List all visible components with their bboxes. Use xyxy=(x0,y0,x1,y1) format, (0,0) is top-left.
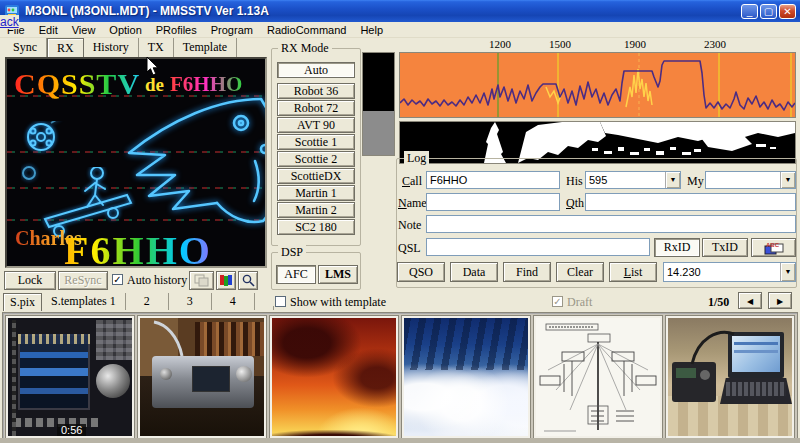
menu-profiles[interactable]: PRofiles xyxy=(149,23,204,37)
his-label: His xyxy=(566,174,583,189)
pix-tab-strip: S.pix S.templates 1 2 3 4 xyxy=(3,292,274,310)
antenna-diagram-drawing xyxy=(536,318,660,436)
mode-robot72[interactable]: Robot 72 xyxy=(277,100,355,116)
chevron-down-icon[interactable]: ▼ xyxy=(780,172,795,188)
tab-stemplates1[interactable]: S.templates 1 xyxy=(42,293,126,310)
call-input[interactable] xyxy=(426,171,560,189)
signal-level-meter xyxy=(362,52,395,156)
mode-scottie1[interactable]: Scottie 1 xyxy=(277,134,355,150)
clear-button[interactable]: Clear xyxy=(556,262,604,282)
mode-martin1[interactable]: Martin 1 xyxy=(277,185,355,201)
freq-label-1200: 1200 xyxy=(489,38,511,50)
freq-label-2300: 2300 xyxy=(704,38,726,50)
menu-help[interactable]: Help xyxy=(353,23,390,37)
tab-stub xyxy=(255,306,274,310)
txid-button[interactable]: TxID xyxy=(702,238,748,257)
afc-button[interactable]: AFC xyxy=(276,265,316,284)
page-indicator: 1/50 xyxy=(708,295,729,310)
mode-auto[interactable]: Auto xyxy=(277,62,355,78)
mode-sc2180[interactable]: SC2 180 xyxy=(277,219,355,235)
note-input[interactable] xyxy=(426,215,796,233)
tab-rx[interactable]: RX xyxy=(47,38,84,58)
mmsstv-window: M3ONL (M3ONL.MDT) - MMSSTV Ver 1.13A _ ▢… xyxy=(0,0,800,443)
thumbnail-frost-forest[interactable] xyxy=(402,316,530,438)
rx-picture[interactable]: CQSSTV de F6HHO Charles F6HHO xyxy=(5,57,267,268)
mode-martin2[interactable]: Martin 2 xyxy=(277,202,355,218)
qth-label: Qth xyxy=(566,196,584,211)
maximize-icon[interactable]: ▢ xyxy=(760,4,777,19)
tab-sync[interactable]: Sync xyxy=(4,38,47,57)
copy-icon xyxy=(194,274,210,287)
qth-input[interactable] xyxy=(585,193,796,211)
lock-button[interactable]: Lock xyxy=(4,271,56,290)
show-with-template-checkbox[interactable] xyxy=(275,296,286,307)
draft-checkbox: ✓ xyxy=(552,296,563,307)
arrow-right-icon: ▶ xyxy=(777,297,783,306)
rx-mode-label: RX Mode xyxy=(278,41,332,56)
mode-scottiedx[interactable]: ScottieDX xyxy=(277,168,355,184)
name-label: Name xyxy=(398,196,427,211)
next-page-button[interactable]: ▶ xyxy=(768,292,792,309)
name-input[interactable] xyxy=(426,193,560,211)
qsl-input[interactable] xyxy=(426,238,650,256)
resync-button[interactable]: ReSync xyxy=(58,271,108,290)
my-combo[interactable]: ▼ xyxy=(705,171,796,189)
minimize-icon[interactable]: _ xyxy=(741,4,758,19)
prev-page-button[interactable]: ◀ xyxy=(738,292,762,309)
svg-text:ABC: ABC xyxy=(766,242,780,248)
back-link[interactable]: ack xyxy=(0,15,19,29)
spectrum-display[interactable] xyxy=(399,52,796,118)
his-combo[interactable]: 595 ▼ xyxy=(585,171,681,189)
list-button[interactable]: List xyxy=(609,262,657,282)
text-overlay-button[interactable]: ABC xyxy=(751,238,796,257)
tab-3[interactable]: 3 xyxy=(169,293,212,310)
chevron-down-icon[interactable]: ▼ xyxy=(665,172,680,188)
frequency-combo[interactable]: 14.230 ▼ xyxy=(663,262,796,282)
thumbnail-sunset-sky[interactable] xyxy=(270,316,398,438)
abc-overlay-icon: ABC xyxy=(763,241,785,255)
call-label: Call xyxy=(402,174,422,189)
rx-mode-group: RX Mode Auto Robot 36 Robot 72 AVT 90 Sc… xyxy=(271,48,361,246)
freq-label-1900: 1900 xyxy=(624,38,646,50)
tab-history[interactable]: History xyxy=(84,38,139,57)
rxid-button[interactable]: RxID xyxy=(654,238,700,257)
menu-option[interactable]: Option xyxy=(102,23,148,37)
menu-view[interactable]: View xyxy=(65,23,103,37)
menu-radiocommand[interactable]: RadioCommand xyxy=(260,23,353,37)
thumbnail-rig-front-panel[interactable] xyxy=(6,316,134,438)
auto-history-checkbox[interactable]: ✓ xyxy=(112,274,123,285)
arrow-left-icon: ◀ xyxy=(747,297,753,306)
draft-label: Draft xyxy=(567,295,592,310)
menu-edit[interactable]: Edit xyxy=(32,23,65,37)
qso-button[interactable]: QSO xyxy=(397,262,445,282)
close-icon[interactable]: ✕ xyxy=(779,4,796,19)
tab-4[interactable]: 4 xyxy=(212,293,255,310)
thumbnail-antenna-diagram[interactable] xyxy=(534,316,662,438)
copy-history-button[interactable] xyxy=(189,271,214,290)
dsp-label: DSP xyxy=(278,245,306,260)
tab-spix[interactable]: S.pix xyxy=(3,293,42,311)
mic-arm xyxy=(148,318,188,358)
stock-pictures-panel xyxy=(2,312,798,441)
mode-avt90[interactable]: AVT 90 xyxy=(277,117,355,133)
thumbnail-laptop-shack[interactable] xyxy=(666,316,794,438)
find-button[interactable]: Find xyxy=(503,262,551,282)
mode-robot36[interactable]: Robot 36 xyxy=(277,83,355,99)
color-adjust-button[interactable] xyxy=(216,271,236,290)
tab-tx[interactable]: TX xyxy=(139,38,174,57)
data-button[interactable]: Data xyxy=(450,262,498,282)
mouse-cursor-icon xyxy=(146,56,160,77)
mode-scottie2[interactable]: Scottie 2 xyxy=(277,151,355,167)
tab-2[interactable]: 2 xyxy=(126,293,169,310)
magnify-button[interactable] xyxy=(238,271,258,290)
tab-template[interactable]: Template xyxy=(174,38,237,57)
chevron-down-icon[interactable]: ▼ xyxy=(780,263,795,281)
dsp-group: DSP AFC LMS xyxy=(271,252,361,290)
title-bar[interactable]: M3ONL (M3ONL.MDT) - MMSSTV Ver 1.13A _ ▢… xyxy=(0,0,800,22)
thumbnail-mobile-transceiver[interactable] xyxy=(138,316,266,438)
lms-button[interactable]: LMS xyxy=(318,265,358,284)
rgb-icon xyxy=(220,275,233,286)
menu-program[interactable]: Program xyxy=(204,23,260,37)
big-callsign: F6HHO xyxy=(7,227,267,268)
de-word: de xyxy=(145,74,164,96)
